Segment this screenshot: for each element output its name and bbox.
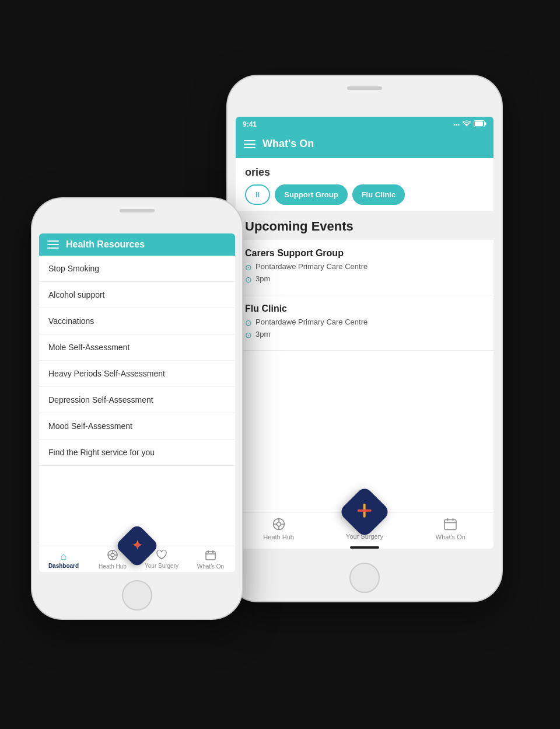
signal-icon: ▪▪▪: [453, 121, 460, 128]
list-item[interactable]: Heavy Periods Self-Assessment: [39, 361, 235, 387]
small-phone: Health Resources Stop Smoking Alcohol su…: [32, 198, 242, 619]
small-bottom-nav: ⌂ Dashboard Heath Hub: [39, 546, 235, 572]
small-phone-screen: Health Resources Stop Smoking Alcohol su…: [39, 233, 235, 572]
list-item[interactable]: Alcohol support: [39, 282, 235, 308]
list-item[interactable]: Vaccinations: [39, 308, 235, 334]
nav-label-whats-on: What's On: [197, 563, 224, 570]
status-icons: ▪▪▪: [453, 120, 487, 128]
event-location: ⊙ Pontardawe Primary Care Centre: [245, 318, 484, 327]
svg-point-14: [276, 522, 281, 526]
upcoming-title: Upcoming Events: [245, 219, 484, 234]
status-time: 9:41: [243, 120, 257, 128]
status-bar: 9:41 ▪▪▪: [236, 117, 494, 132]
clock-icon: ⊙: [245, 275, 252, 284]
large-phone: 9:41 ▪▪▪: [228, 76, 502, 601]
list-item[interactable]: Mood Self-Assessment: [39, 413, 235, 440]
large-hamburger-icon[interactable]: [244, 140, 256, 148]
list-item[interactable]: Mole Self-Assessment: [39, 334, 235, 361]
small-phone-home-button[interactable]: [122, 580, 152, 611]
large-nav-item-whats-on[interactable]: What's On: [408, 518, 494, 540]
category-pills: ll Support Group Flu Clinic: [245, 184, 484, 205]
nav-item-dashboard[interactable]: ⌂ Dashboard: [39, 551, 88, 569]
svg-rect-11: [475, 121, 483, 126]
svg-point-1: [111, 553, 114, 557]
location-icon: ⊙: [245, 263, 252, 272]
heart-icon: [156, 550, 167, 561]
pill-all[interactable]: ll: [245, 184, 270, 205]
list-item[interactable]: Find the Right service for you: [39, 440, 235, 466]
event-card-carers[interactable]: Carers Support Group ⊙ Pontardawe Primar…: [236, 240, 494, 295]
svg-rect-12: [485, 123, 487, 125]
home-icon: ⌂: [61, 551, 67, 561]
event-time: ⊙ 3pm: [245, 274, 484, 284]
large-heath-hub-icon: [272, 518, 285, 532]
large-nav-label-whats-on: What's On: [436, 533, 466, 540]
pill-flu-clinic[interactable]: Flu Clinic: [352, 184, 405, 205]
nav-label-your-surgery: Your Surgery: [145, 563, 178, 569]
hamburger-menu-icon[interactable]: [47, 240, 59, 249]
nav-item-whats-on[interactable]: What's On: [186, 550, 235, 570]
list-item[interactable]: Depression Self-Assessment: [39, 387, 235, 413]
upcoming-section: Upcoming Events: [236, 211, 494, 240]
large-phone-screen: 9:41 ▪▪▪: [236, 117, 494, 549]
heath-hub-icon: [107, 550, 118, 562]
home-indicator: [350, 546, 379, 549]
clock-icon: ⊙: [245, 330, 252, 340]
svg-rect-6: [206, 552, 215, 560]
large-phone-home-button[interactable]: [349, 563, 380, 593]
calendar-icon: [205, 550, 216, 562]
small-header-title: Health Resources: [66, 239, 145, 250]
categories-section: ories ll Support Group Flu Clinic: [236, 158, 494, 211]
events-list: Carers Support Group ⊙ Pontardawe Primar…: [236, 240, 494, 357]
large-bottom-nav: Heath Hub: [236, 512, 494, 544]
event-name: Carers Support Group: [245, 248, 484, 259]
nav-label-dashboard: Dashboard: [48, 563, 79, 569]
pill-support-group[interactable]: Support Group: [275, 184, 347, 205]
battery-icon: [474, 120, 487, 128]
wifi-icon: [462, 120, 471, 128]
categories-label: ories: [245, 166, 484, 179]
fab-plus-icon: ✦: [132, 539, 142, 552]
large-nav-item-heath-hub[interactable]: Heath Hub: [236, 518, 321, 540]
event-location: ⊙ Pontardawe Primary Care Centre: [245, 262, 484, 272]
event-name: Flu Clinic: [245, 304, 484, 314]
location-icon: ⊙: [245, 318, 252, 327]
large-header: What's On: [236, 132, 494, 158]
large-header-title: What's On: [262, 138, 314, 150]
event-card-flu[interactable]: Flu Clinic ⊙ Pontardawe Primary Care Cen…: [236, 295, 494, 351]
svg-rect-21: [444, 520, 456, 530]
large-content: ories ll Support Group Flu Clinic Upcomi…: [236, 158, 494, 512]
small-header: Health Resources: [39, 233, 235, 256]
list-item[interactable]: Stop Smoking: [39, 256, 235, 282]
health-resources-list: Stop Smoking Alcohol support Vaccination…: [39, 256, 235, 546]
event-time: ⊙ 3pm: [245, 330, 484, 340]
large-nav-label-heath-hub: Heath Hub: [263, 533, 294, 540]
nav-label-heath-hub: Heath Hub: [99, 563, 127, 570]
large-calendar-icon: [444, 518, 457, 532]
